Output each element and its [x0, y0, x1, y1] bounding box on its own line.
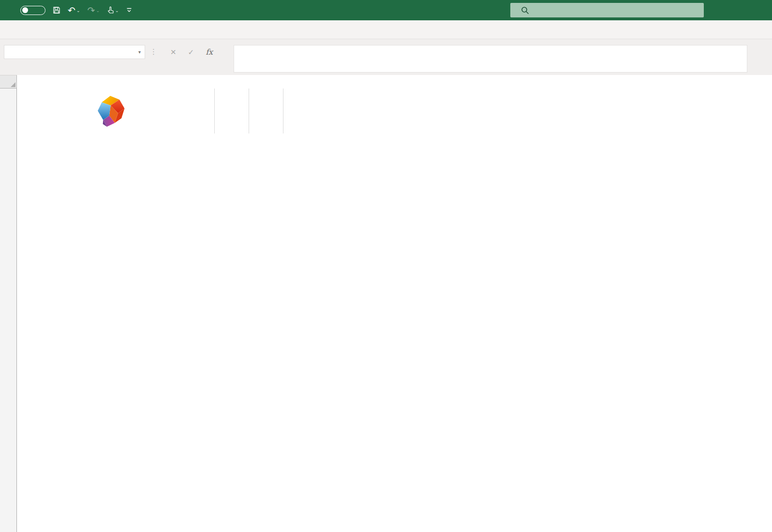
search-icon — [521, 6, 529, 15]
enter-button[interactable]: ✓ — [188, 48, 194, 57]
autosave-toggle[interactable] — [16, 6, 45, 15]
aucotec-gem-icon — [93, 94, 127, 129]
company-logo — [17, 90, 214, 133]
autosave-switch[interactable] — [20, 6, 45, 15]
redo-icon: ↷ — [87, 6, 95, 15]
customize-toolbar-icon — [126, 7, 133, 14]
touch-mode-button[interactable]: ⌄ — [107, 6, 119, 14]
title-bar: ↶⌄ ↷⌄ ⌄ — [0, 0, 772, 20]
name-box[interactable]: ▾ — [4, 45, 145, 59]
undo-icon: ↶ — [68, 6, 75, 15]
chevron-down-icon[interactable]: ▾ — [138, 49, 141, 55]
quick-access-toolbar: ↶⌄ ↷⌄ ⌄ — [0, 6, 133, 15]
formula-bar: ▾ ⋮ ✕ ✓ fx — [0, 39, 772, 75]
toggle-knob-icon — [22, 7, 28, 13]
gridline — [249, 89, 249, 133]
cancel-button[interactable]: ✕ — [170, 48, 177, 57]
search-box[interactable] — [510, 3, 704, 17]
drag-handle-icon: ⋮ — [150, 47, 157, 56]
touch-pointer-icon — [107, 6, 114, 14]
formula-input[interactable] — [234, 45, 747, 73]
save-icon — [53, 6, 60, 14]
chevron-down-icon[interactable]: ⌄ — [96, 8, 100, 13]
chevron-down-icon[interactable]: ⌄ — [76, 8, 80, 13]
row-headers — [0, 89, 17, 532]
ribbon-tabs — [0, 20, 772, 39]
select-all-corner[interactable] — [0, 75, 17, 89]
gridline — [283, 89, 283, 133]
save-button[interactable] — [53, 6, 60, 14]
chevron-down-icon[interactable]: ⌄ — [115, 8, 119, 13]
undo-button[interactable]: ↶⌄ — [68, 6, 80, 15]
customize-quick-access-button[interactable] — [126, 7, 133, 14]
gridline — [214, 89, 215, 133]
redo-button[interactable]: ↷⌄ — [87, 6, 99, 15]
insert-function-button[interactable]: fx — [206, 47, 213, 57]
